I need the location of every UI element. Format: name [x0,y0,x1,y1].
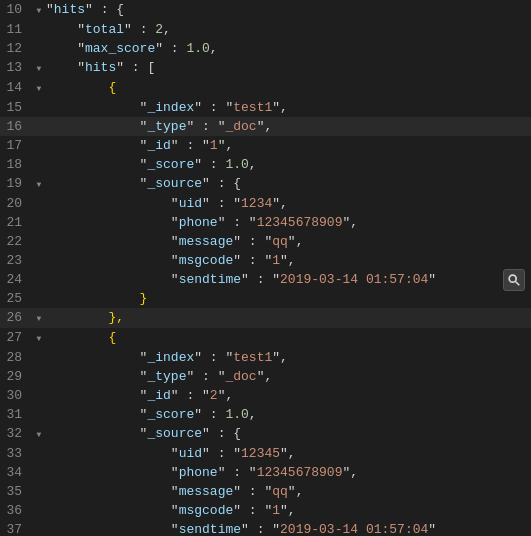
token-punctuation: ", [218,138,234,153]
token-string-val: _doc [225,369,256,384]
token-number-val: 1.0 [225,157,248,172]
token-key: max_score [85,41,155,56]
code-line: 24 "sendtime" : "2019-03-14 01:57:04" [0,270,531,289]
token-punctuation: " : " [233,503,272,518]
line-content: "_id" : "2", [46,386,523,405]
line-content: "_index" : "test1", [46,98,523,117]
line-content: "_score" : 1.0, [46,405,523,424]
token-punctuation: " [46,41,85,56]
fold-arrow[interactable] [32,328,46,348]
code-line: 33 "uid" : "12345", [0,444,531,463]
line-number: 28 [0,348,32,367]
line-content: "msgcode" : "1", [46,251,523,270]
line-number: 11 [0,20,32,39]
token-punctuation: " [46,22,85,37]
fold-arrow[interactable] [32,0,46,20]
token-punctuation: " [46,176,147,191]
token-punctuation: ", [218,388,234,403]
token-key: _type [147,119,186,134]
token-key: _score [147,407,194,422]
token-key: msgcode [179,253,234,268]
token-punctuation: " [46,522,179,536]
token-key: msgcode [179,503,234,518]
token-punctuation: " [46,503,179,518]
line-number: 17 [0,136,32,155]
line-number: 26 [0,308,32,327]
token-punctuation: " [428,272,436,287]
token-punctuation: " [46,138,147,153]
token-key: _id [147,388,170,403]
line-content: "uid" : "12345", [46,444,523,463]
token-key: uid [179,446,202,461]
token-brace: { [46,330,116,345]
code-line: 18 "_score" : 1.0, [0,155,531,174]
code-line: 26 }, [0,308,531,328]
line-number: 31 [0,405,32,424]
token-key: message [179,234,234,249]
token-string-val: 1 [272,253,280,268]
line-number: 30 [0,386,32,405]
token-punctuation: " [46,369,147,384]
code-line: 10"hits" : { [0,0,531,20]
code-line: 29 "_type" : "_doc", [0,367,531,386]
token-key: message [179,484,234,499]
line-number: 35 [0,482,32,501]
code-line: 32 "_source" : { [0,424,531,444]
code-editor: 10"hits" : {11 "total" : 2,12 "max_score… [0,0,531,536]
token-punctuation: " [46,465,179,480]
token-punctuation: ", [272,196,288,211]
line-content: "hits" : { [46,0,523,19]
token-punctuation: " : { [85,2,124,17]
line-content: "max_score" : 1.0, [46,39,523,58]
token-string-val: 12345 [241,446,280,461]
token-key: hits [85,60,116,75]
token-punctuation: ", [342,465,358,480]
code-line: 28 "_index" : "test1", [0,348,531,367]
fold-arrow[interactable] [32,308,46,328]
code-line: 20 "uid" : "1234", [0,194,531,213]
line-number: 13 [0,58,32,77]
token-punctuation: " [46,407,147,422]
token-punctuation: " : " [241,272,280,287]
token-punctuation: ", [272,350,288,365]
line-content: "sendtime" : "2019-03-14 01:57:04" [46,520,523,536]
token-key: _id [147,138,170,153]
line-content: "_source" : { [46,174,523,193]
token-brace: } [46,291,147,306]
fold-arrow[interactable] [32,58,46,78]
token-key: sendtime [179,272,241,287]
token-punctuation: " : " [186,119,225,134]
token-key: total [85,22,124,37]
code-line: 15 "_index" : "test1", [0,98,531,117]
token-punctuation: " : " [241,522,280,536]
token-string-val: 2 [210,388,218,403]
token-punctuation: " [46,234,179,249]
token-punctuation: " [46,388,147,403]
search-icon[interactable] [503,269,525,291]
line-number: 34 [0,463,32,482]
token-punctuation: " [46,157,147,172]
code-line: 27 { [0,328,531,348]
token-string-val: 12345678909 [257,465,343,480]
token-punctuation: " [428,522,436,536]
token-string-val: 1 [210,138,218,153]
fold-arrow[interactable] [32,174,46,194]
search-svg [507,273,521,287]
token-punctuation: " : " [186,369,225,384]
token-punctuation: ", [280,446,296,461]
line-content: "_type" : "_doc", [46,117,523,136]
token-punctuation: " [46,60,85,75]
fold-arrow[interactable] [32,424,46,444]
token-punctuation: " [46,119,147,134]
token-string-val: 2019-03-14 01:57:04 [280,522,428,536]
line-content: "_score" : 1.0, [46,155,523,174]
code-line: 37 "sendtime" : "2019-03-14 01:57:04" [0,520,531,536]
fold-arrow[interactable] [32,78,46,98]
token-punctuation: ", [280,503,296,518]
code-line: 30 "_id" : "2", [0,386,531,405]
token-punctuation: " [46,484,179,499]
line-number: 15 [0,98,32,117]
token-punctuation: " [46,196,179,211]
token-key: hits [54,2,85,17]
line-content: "_index" : "test1", [46,348,523,367]
